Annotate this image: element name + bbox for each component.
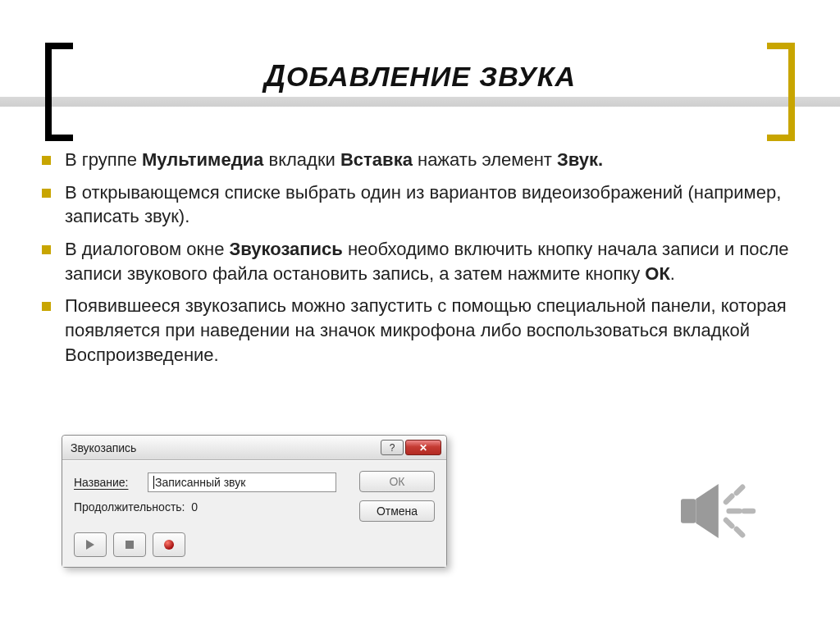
bullet-item: В открывающемся списке выбрать один из в… (37, 180, 803, 229)
bullet-list: В группе Мультимедиа вкладки Вставка наж… (37, 148, 803, 368)
name-input[interactable]: Записанный звук (148, 472, 336, 492)
sound-record-dialog: Звукозапись ? ✕ Название: Записанный зву… (62, 435, 447, 568)
speaker-icon (672, 466, 762, 556)
name-label: Название: (74, 476, 148, 489)
bullet-item: В группе Мультимедиа вкладки Вставка наж… (37, 148, 803, 172)
record-button[interactable] (153, 532, 185, 557)
stop-icon (125, 540, 135, 550)
close-icon: ✕ (419, 442, 427, 454)
svg-line-6 (726, 520, 732, 526)
title-rest: ОБАВЛЕНИЕ ЗВУКА (286, 61, 576, 92)
svg-rect-2 (681, 499, 696, 523)
svg-marker-3 (696, 484, 719, 538)
svg-line-7 (737, 487, 742, 493)
close-button[interactable]: ✕ (405, 440, 441, 455)
bullet-item: В диалоговом окне Звукозапись необходимо… (37, 237, 803, 285)
svg-marker-0 (86, 540, 94, 550)
help-button[interactable]: ? (381, 440, 404, 455)
svg-line-4 (726, 496, 732, 502)
cancel-button[interactable]: Отмена (359, 500, 435, 522)
page-title: ДОБАВЛЕНИЕ ЗВУКА (0, 59, 840, 94)
duration-value: 0 (191, 500, 198, 514)
horizontal-rule (0, 97, 840, 107)
help-icon: ? (390, 442, 395, 454)
stop-button[interactable] (113, 532, 146, 557)
bullet-item: Появившееся звукозапись можно запустить … (37, 294, 803, 367)
ok-button[interactable]: ОК (359, 471, 435, 492)
text-cursor-icon (153, 476, 154, 489)
content: В группе Мультимедиа вкладки Вставка наж… (0, 139, 840, 368)
duration-label: Продолжительность: (74, 500, 185, 514)
svg-line-9 (737, 529, 742, 535)
title-firstletter: Д (264, 59, 286, 93)
transport-controls (74, 532, 185, 557)
dialog-caption: Звукозапись (71, 441, 379, 454)
play-icon (85, 540, 95, 550)
sound-record-dialog-screenshot: Звукозапись ? ✕ Название: Записанный зву… (62, 435, 447, 568)
title-area: ДОБАВЛЕНИЕ ЗВУКА (0, 0, 840, 139)
svg-rect-1 (126, 541, 134, 549)
play-button[interactable] (74, 532, 107, 557)
dialog-body: Название: Записанный звук Продолжительно… (62, 460, 446, 567)
record-icon (164, 540, 174, 550)
dialog-titlebar[interactable]: Звукозапись ? ✕ (62, 436, 446, 460)
